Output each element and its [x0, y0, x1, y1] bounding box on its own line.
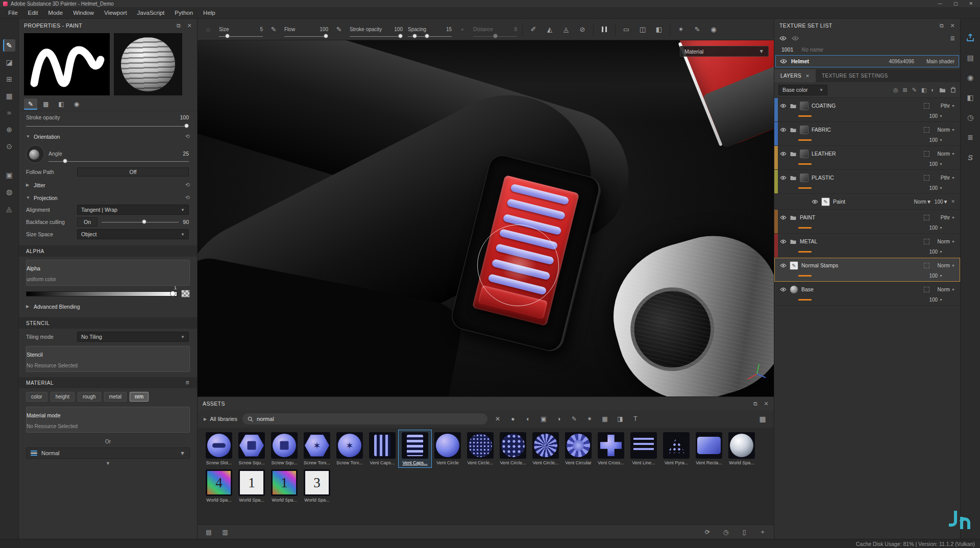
filter-stencils-icon[interactable]: ◨ [615, 414, 625, 424]
channel-nrm[interactable]: nrm [130, 392, 149, 402]
asset-item[interactable]: Vent Circle... [464, 430, 497, 467]
tool-effects-icon[interactable]: ◬ [3, 203, 15, 215]
camera-capture-icon[interactable]: ◉ [708, 24, 719, 35]
close-panel-icon[interactable]: ✕ [187, 22, 192, 29]
shader-settings-icon[interactable]: ◧ [965, 92, 976, 103]
pause-engine-icon[interactable] [599, 24, 610, 35]
blend-mode-select[interactable]: Pthr▼ [933, 103, 955, 109]
layer-name[interactable]: Paint [833, 198, 845, 205]
opacity-select[interactable]: 100▼ [929, 273, 943, 279]
material-mode-button[interactable]: Material mode No Resource Selected [26, 407, 190, 433]
fill-layer-sphere-icon[interactable] [790, 285, 798, 294]
projection-section[interactable]: ▼ Projection ⟲ [19, 192, 197, 204]
display-settings-icon[interactable]: ◉ [965, 72, 976, 83]
tool-particles-icon[interactable]: ◍ [3, 186, 15, 198]
asset-item[interactable]: Vent Cross... [595, 430, 627, 467]
layer-thumbnail[interactable] [800, 150, 808, 158]
layer-name[interactable]: Base [801, 286, 814, 292]
asset-item[interactable]: 4World Spa... [203, 467, 235, 505]
channel-color[interactable]: color [26, 392, 47, 402]
advanced-blending-section[interactable]: ▶ Advanced Blending [19, 301, 197, 312]
flow-slider-block[interactable]: Flow100 [284, 27, 328, 33]
backface-culling-toggle[interactable]: On [77, 217, 97, 227]
delete-layer-icon[interactable] [950, 87, 956, 93]
viewport-3d[interactable]: Material▼ [198, 40, 774, 396]
add-fill-layer-icon[interactable]: ⊞ [903, 87, 908, 93]
recent-assets-icon[interactable]: ◷ [721, 527, 731, 537]
import-assets-icon[interactable]: ＋ [757, 527, 768, 537]
tool-clone-icon[interactable]: ⊕ [3, 123, 15, 136]
blend-mode-select[interactable]: Norm▼ [914, 199, 932, 205]
asset-item[interactable]: ✶Screw Torx... [333, 430, 366, 467]
size-space-dropdown[interactable]: Object▼ [77, 229, 189, 239]
paint-layer-icon[interactable]: ✎ [790, 261, 798, 270]
camera-projection-icon[interactable]: ◫ [637, 24, 648, 35]
layer-thumbnail[interactable] [800, 126, 808, 134]
undock-panel-icon[interactable]: ⧉ [753, 401, 757, 407]
asset-item[interactable]: Vent Pyra... [660, 430, 693, 467]
follow-path-toggle[interactable]: Off [77, 167, 189, 177]
layer-row-fabric[interactable]: FABRIC Norm▼ 100▼ [774, 122, 960, 146]
tab-layers[interactable]: LAYERS✕ [774, 69, 816, 82]
eye-icon[interactable] [780, 152, 787, 156]
asset-item[interactable]: Vent Circular [562, 430, 595, 467]
opacity-select[interactable]: 100▼ [929, 137, 943, 143]
layer-row-normal-stamps[interactable]: ✎ Normal Stamps Norm▼ 100▼ [774, 258, 960, 282]
brush-preview-toggle-icon[interactable]: ◌ [203, 24, 214, 35]
tab-brush-icon[interactable]: ✎ [24, 98, 37, 110]
material-options-icon[interactable]: ≣ [185, 380, 190, 385]
layer-name[interactable]: Normal Stamps [801, 262, 838, 268]
log-icon[interactable]: ≣ [965, 132, 976, 143]
blend-mode-select[interactable]: Pthr▼ [933, 175, 955, 181]
asset-item[interactable]: Screw Squ... [235, 430, 268, 467]
menu-javascript[interactable]: JavaScript [132, 8, 170, 17]
eye-icon[interactable] [780, 287, 787, 292]
view-list-icon[interactable]: ▤ [204, 527, 214, 537]
distance-slider-block[interactable]: Distance8 [473, 27, 517, 33]
tool-projection-icon[interactable]: ⊞ [3, 73, 15, 85]
normal-channel-row[interactable]: Normal ▼ [26, 447, 190, 459]
layer-name[interactable]: COATING [812, 103, 836, 109]
tab-alpha-icon[interactable]: ▩ [39, 98, 53, 110]
mirror-symmetry-icon[interactable]: ◭ [544, 24, 555, 35]
asset-item[interactable]: Vent Recta... [693, 430, 725, 467]
eye-icon[interactable] [780, 104, 787, 108]
asset-grid-view-icon[interactable]: ▦ [757, 414, 768, 424]
folder-icon[interactable] [790, 151, 797, 157]
layer-name[interactable]: PLASTIC [812, 175, 834, 181]
folder-icon[interactable] [790, 239, 797, 244]
tool-paint-icon[interactable]: ✎ [3, 39, 15, 52]
layer-thumbnail[interactable] [800, 173, 808, 182]
undock-panel-icon[interactable]: ⧉ [940, 22, 944, 29]
add-paint-layer-icon[interactable]: ✎ [912, 87, 917, 93]
blend-mode-select[interactable]: Norm▼ [933, 239, 955, 244]
clear-search-icon[interactable]: ✕ [493, 414, 503, 424]
asset-item[interactable]: Screw Squ... [268, 430, 301, 467]
blend-mode-select[interactable]: Norm▼ [933, 287, 955, 292]
layer-row-coating[interactable]: COATING Pthr▼ 100▼ [774, 98, 960, 122]
menu-mode[interactable]: Mode [43, 8, 68, 17]
opacity-select[interactable]: 100▼ [929, 297, 943, 303]
reset-icon[interactable]: ⟲ [185, 133, 190, 140]
close-button[interactable]: ✕ [969, 1, 973, 6]
undock-panel-icon[interactable]: ⧉ [177, 22, 181, 29]
tab-texture-set-settings[interactable]: TEXTURE SET SETTINGS [816, 69, 894, 82]
alignment-dropdown[interactable]: Tangent | Wrap▼ [77, 205, 189, 215]
spacing-slider-block[interactable]: Spacing15 [408, 27, 452, 33]
opacity-select[interactable]: 100▼ [929, 185, 943, 191]
asset-item[interactable]: Screw Slot... [203, 430, 235, 467]
view-details-icon[interactable]: ▥ [220, 527, 230, 537]
stroke-opacity-slider-block[interactable]: Stroke opacity100 [350, 27, 403, 33]
iray-render-icon[interactable]: ✶ [675, 24, 687, 35]
export-assets-icon[interactable]: ▯ [739, 527, 749, 537]
alpha-color-swatch[interactable] [181, 290, 190, 297]
filter-particles-icon[interactable]: ✶ [584, 414, 595, 424]
pen-pressure-icon[interactable]: ✎ [333, 24, 345, 35]
layer-row-metal[interactable]: METAL Norm▼ 100▼ [774, 234, 960, 258]
asset-item[interactable]: Vent Circle [431, 430, 464, 467]
alpha-gradient-slider[interactable]: 1 [26, 291, 177, 296]
layer-name[interactable]: FABRIC [812, 127, 831, 133]
perspective-view-icon[interactable]: ▭ [621, 24, 632, 35]
folder-icon[interactable] [790, 103, 797, 109]
filter-materials-icon[interactable]: ● [508, 414, 518, 424]
